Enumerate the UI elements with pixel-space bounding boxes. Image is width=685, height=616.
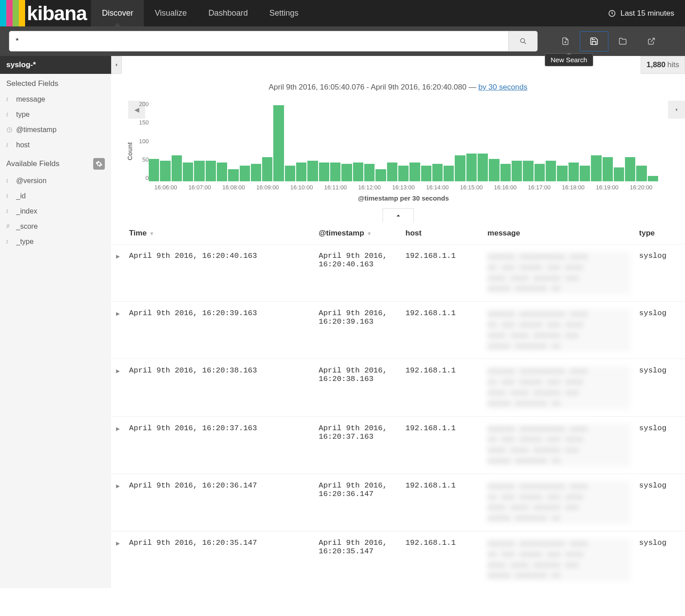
hit-count-label: hits — [668, 60, 679, 69]
new-search-button[interactable] — [551, 31, 580, 51]
chart-bar[interactable] — [217, 163, 227, 182]
chart-bar[interactable] — [591, 155, 601, 181]
field-item-host[interactable]: thost — [0, 137, 111, 153]
tab-settings[interactable]: Settings — [258, 0, 309, 26]
chart-bar[interactable] — [262, 157, 272, 181]
col-host[interactable]: host — [401, 222, 483, 244]
expand-row-button[interactable]: ▸ — [111, 244, 125, 302]
chart-bar[interactable] — [273, 105, 284, 181]
chart-bar[interactable] — [285, 166, 295, 181]
chart-bar[interactable] — [206, 161, 216, 181]
chart-bar[interactable] — [546, 161, 556, 181]
expand-row-button[interactable]: ▸ — [111, 474, 125, 531]
fields-settings-button[interactable] — [93, 158, 105, 170]
chart-bar[interactable] — [387, 163, 397, 182]
search-button[interactable] — [509, 31, 538, 51]
col-message[interactable]: message — [483, 222, 634, 244]
col-time[interactable]: Time ▼ — [125, 222, 314, 244]
chart-bar[interactable] — [455, 155, 465, 181]
tab-dashboard[interactable]: Dashboard — [198, 0, 258, 26]
chart-bar[interactable] — [341, 164, 352, 181]
chart-bar[interactable] — [251, 164, 261, 181]
navbar: kibana Discover Visualize Dashboard Sett… — [0, 0, 685, 26]
load-search-button[interactable] — [608, 31, 637, 51]
cell-message: xxxxxx xxxxxxxxxx xxxxxx xxx xxxxx xxx x… — [483, 244, 634, 302]
chart-bar[interactable] — [149, 159, 159, 181]
chart-bar[interactable] — [557, 166, 567, 181]
save-search-button[interactable] — [580, 31, 608, 51]
external-link-icon — [647, 37, 655, 45]
chart-bar[interactable] — [534, 164, 545, 181]
field-item-_id[interactable]: t_id — [0, 188, 111, 204]
chart-bar[interactable] — [160, 161, 170, 181]
chart-bar[interactable] — [648, 176, 658, 181]
field-item-_type[interactable]: t_type — [0, 234, 111, 249]
chart-bar[interactable] — [580, 166, 590, 181]
chart-bar[interactable] — [364, 164, 375, 181]
chart-bar[interactable] — [569, 163, 579, 182]
expand-row-button[interactable]: ▸ — [111, 531, 125, 588]
field-item-message[interactable]: tmessage — [0, 92, 111, 107]
chart-collapse-button[interactable] — [383, 208, 414, 222]
chart-bar[interactable] — [330, 163, 340, 182]
cell-host: 192.168.1.1 — [401, 531, 483, 588]
field-item-_index[interactable]: t_index — [0, 204, 111, 219]
chart-bar[interactable] — [603, 157, 613, 181]
chart-bar[interactable] — [444, 166, 454, 181]
chart-bar[interactable] — [172, 155, 182, 181]
expand-row-button[interactable]: ▸ — [111, 302, 125, 359]
field-item-@version[interactable]: t@version — [0, 173, 111, 188]
field-item-type[interactable]: ttype — [0, 107, 111, 122]
expand-row-button[interactable]: ▸ — [111, 416, 125, 474]
cell-host: 192.168.1.1 — [401, 244, 483, 302]
cell-type: syslog — [635, 416, 685, 474]
chart-bar[interactable] — [500, 164, 511, 181]
chart-bar[interactable] — [489, 159, 499, 181]
chart-bar[interactable] — [353, 163, 363, 182]
tab-discover[interactable]: Discover — [91, 0, 144, 26]
chart-bar[interactable] — [625, 157, 635, 181]
sidebar: Selected Fields tmessagettype@timestampt… — [0, 74, 111, 588]
col-timestamp[interactable]: @timestamp ▼ — [314, 222, 401, 244]
timepicker[interactable]: Last 15 minutes — [597, 0, 685, 26]
tab-visualize[interactable]: Visualize — [144, 0, 198, 26]
search-input[interactable] — [9, 31, 509, 51]
expand-row-button[interactable]: ▸ — [111, 359, 125, 416]
chart-bar[interactable] — [409, 163, 420, 182]
field-item-_score[interactable]: #_score — [0, 219, 111, 234]
cell-message: xxxxxx xxxxxxxxxx xxxxxx xxx xxxxx xxx x… — [483, 416, 634, 474]
chart-plot[interactable]: 200150100500 — [135, 101, 672, 181]
cell-host: 192.168.1.1 — [401, 359, 483, 416]
chart-bar[interactable] — [478, 154, 488, 181]
chart-bar[interactable] — [228, 169, 238, 181]
chart-bar[interactable] — [240, 166, 250, 181]
chart-bar[interactable] — [432, 164, 443, 181]
logo-bars — [0, 0, 25, 26]
chart-right-handle[interactable] — [668, 101, 685, 119]
chart-bar[interactable] — [319, 163, 329, 182]
x-axis-label: @timestamp per 30 seconds — [135, 194, 672, 202]
chart-bar[interactable] — [183, 163, 193, 182]
chart-bar[interactable] — [523, 161, 533, 181]
cell-timestamp: April 9th 2016, 16:20:40.163 — [314, 244, 401, 302]
chart-bar[interactable] — [194, 161, 204, 181]
chart-bar[interactable] — [307, 161, 318, 181]
chart-bar[interactable] — [512, 161, 522, 181]
logo[interactable]: kibana — [0, 0, 91, 26]
col-type[interactable]: type — [635, 222, 685, 244]
cell-timestamp: April 9th 2016, 16:20:36.147 — [314, 474, 401, 531]
chart-bar[interactable] — [636, 166, 646, 181]
chart-bar[interactable] — [398, 166, 409, 181]
sidebar-collapse-button[interactable] — [111, 56, 122, 74]
chart-bar[interactable] — [614, 167, 624, 181]
chart-bar[interactable] — [466, 154, 477, 181]
share-button[interactable] — [637, 31, 666, 51]
index-pattern-label[interactable]: syslog-* — [0, 56, 111, 74]
chart-bar[interactable] — [421, 166, 431, 181]
y-ticks: 200150100500 — [135, 101, 149, 181]
chart-bar[interactable] — [296, 163, 306, 182]
interval-link[interactable]: by 30 seconds — [478, 83, 528, 91]
svg-point-1 — [521, 38, 525, 43]
chart-bar[interactable] — [375, 169, 386, 181]
field-item-@timestamp[interactable]: @timestamp — [0, 122, 111, 137]
